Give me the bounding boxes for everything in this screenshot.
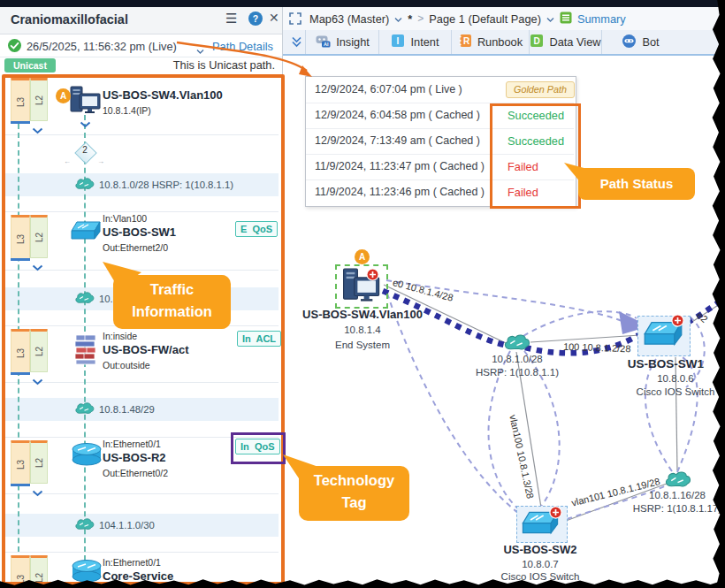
chevron-down-icon[interactable] [546,12,554,26]
map-a-badge: A [355,249,370,264]
tab-label: Intent [410,35,439,49]
alert-plus-icon[interactable] [549,506,562,519]
callout-technology-tag: Technology Tag [299,466,409,521]
cloud2-hsrp: HSRP: 1(10.8.1.17) [614,503,725,514]
tab-runbook[interactable]: R Runbook [452,30,529,54]
tab-data-view[interactable]: D Data View [530,30,601,54]
window-top-edge [0,0,725,7]
path-panel-title: Craniomaxillofacial [11,12,128,27]
callout-traffic-information: Traffic Information [113,275,231,329]
map-cloud-icon[interactable] [503,333,530,355]
node-type-sw1: Cisco IOS Switch [608,386,725,397]
data-view-icon: D [530,34,544,50]
unicast-badge: Unicast [4,58,56,73]
tab-intent[interactable]: I Intent [379,30,451,54]
node-type-end-system: End System [287,340,438,350]
annotation-arrow [133,35,354,88]
map-breadcrumb: Map63 (Master) * > Page 1 (Default Page)… [309,7,626,30]
help-icon[interactable]: ? [248,11,263,26]
chevron-down-icon[interactable] [394,12,402,26]
bot-icon [622,34,637,51]
traffic-info-highlight-frame [2,74,285,585]
technology-tag-highlight-box [231,432,286,464]
menu-icon[interactable]: ☰ [225,11,237,27]
unsaved-star: * [408,12,412,26]
node-ip-end-system: 10.8.1.4 [287,325,438,335]
cloud1-subnet: 10.8.1.0/28 [464,354,570,364]
close-icon[interactable]: ✕ [269,11,279,25]
node-ip-sw1: 10.8.0.6 [622,373,725,384]
runbook-icon: R [458,34,472,50]
node-name-end-system[interactable]: US-BOS-SW4.Vlan100 [287,308,438,321]
svg-text:R: R [463,36,470,46]
node-ip-sw2: 10.8.0.7 [487,559,593,569]
tab-label: Data View [549,35,600,49]
svg-text:D: D [534,36,540,46]
callout-path-status: Path Status [578,168,695,200]
tab-label: Runbook [477,35,523,49]
node-name-sw2[interactable]: US-BOS-SW2 [474,543,607,556]
alert-plus-icon[interactable] [366,268,379,281]
app-window: Craniomaxillofacial ☰ ? ✕ 26/5/2025, 11:… [0,0,725,588]
page-name[interactable]: Page 1 (Default Page) [429,12,541,26]
summary-icon[interactable] [560,11,572,27]
golden-path-badge: Golden Path [506,81,575,98]
check-circle-icon [8,39,21,52]
tab-bot[interactable]: Bot [602,30,679,54]
summary-link[interactable]: Summary [577,12,626,26]
tab-label: Bot [642,35,659,49]
path-status-highlight-box [490,103,581,209]
cloud1-hsrp: HSRP: 1(10.8.1.1) [455,367,579,378]
node-name-sw1[interactable]: US-BOS-SW1 [599,357,725,370]
cloud2-subnet: 10.8.1.16/28 [624,490,725,500]
map-name[interactable]: Map63 (Master) [309,12,389,26]
svg-text:I: I [397,36,400,46]
intent-icon: I [391,34,405,50]
expand-icon[interactable] [288,11,302,29]
alert-plus-icon[interactable] [671,314,684,327]
breadcrumb-separator: > [417,12,424,25]
